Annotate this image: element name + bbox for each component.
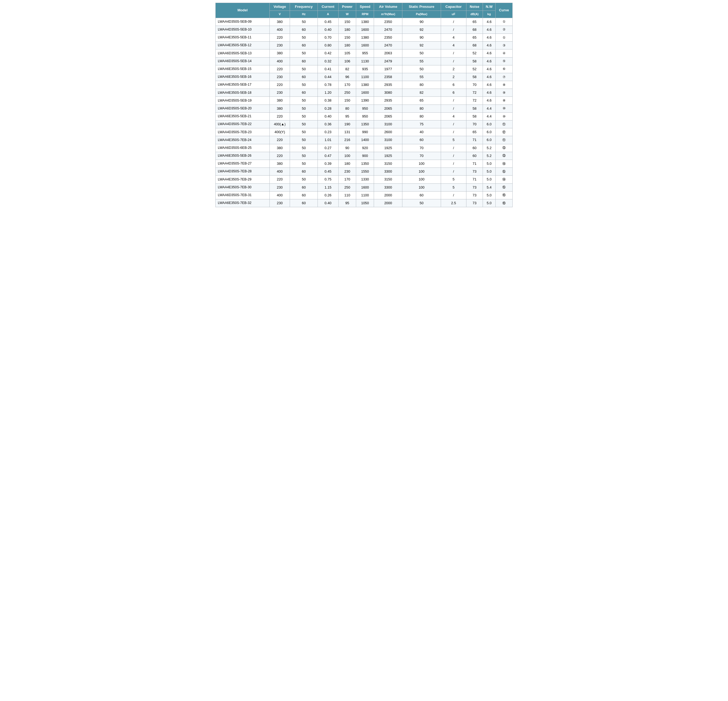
cell-pressure: 50 <box>402 199 441 207</box>
cell-power: 110 <box>338 191 356 199</box>
cell-nw: 5.2 <box>483 144 495 152</box>
cell-current: 0.39 <box>318 160 338 167</box>
cell-pressure: 75 <box>402 120 441 128</box>
cell-curve: ③ <box>495 42 513 49</box>
cell-current: 0.75 <box>318 176 338 183</box>
cell-model: LWAA4E350S-5EB-12 <box>216 42 270 49</box>
cell-speed: 1380 <box>356 33 374 41</box>
cell-airvolume: 2000 <box>374 199 402 207</box>
cell-voltage: 380 <box>270 49 290 57</box>
cell-voltage: 230 <box>270 183 290 191</box>
cell-capacitor: 5 <box>441 176 467 183</box>
cell-airvolume: 2350 <box>374 33 402 41</box>
cell-capacitor: 6 <box>441 89 467 97</box>
col-header-voltage: Voltage <box>270 3 290 11</box>
table-row: LWAA4D350S-7EB-23400(Y)500.2313199026004… <box>216 128 513 136</box>
cell-pressure: 80 <box>402 81 441 89</box>
cell-noise: 71 <box>467 160 483 167</box>
table-row: LWAA6D350S-5EB-13380500.42105955206350/5… <box>216 49 513 57</box>
cell-frequency: 50 <box>290 144 318 152</box>
cell-current: 0.40 <box>318 26 338 33</box>
cell-model: LWAA4E350S-7EB-29 <box>216 176 270 183</box>
cell-speed: 1400 <box>356 136 374 144</box>
table-row: LWAA6D350S-5EB-14400600.321061130247955/… <box>216 57 513 65</box>
cell-current: 0.44 <box>318 73 338 81</box>
table-row: LWAA4D350S-5EB-09380500.451501380235090/… <box>216 18 513 26</box>
cell-frequency: 50 <box>290 113 318 120</box>
cell-voltage: 400 <box>270 191 290 199</box>
cell-speed: 1350 <box>356 120 374 128</box>
cell-curve: ⑪ <box>495 136 513 144</box>
cell-nw: 4.6 <box>483 49 495 57</box>
cell-capacitor: / <box>441 26 467 33</box>
cell-pressure: 100 <box>402 160 441 167</box>
cell-power: 150 <box>338 97 356 105</box>
cell-curve: ⑭ <box>495 176 513 183</box>
cell-voltage: 220 <box>270 81 290 89</box>
cell-model: LWAA4E350S-7EB-30 <box>216 183 270 191</box>
cell-pressure: 92 <box>402 42 441 49</box>
cell-pressure: 70 <box>402 144 441 152</box>
cell-model: LWAA6E350S-5EB-15 <box>216 65 270 73</box>
cell-power: 150 <box>338 33 356 41</box>
cell-frequency: 50 <box>290 81 318 89</box>
cell-model: LWAA4D350S-7EB-22 <box>216 120 270 128</box>
cell-voltage: 230 <box>270 42 290 49</box>
cell-pressure: 55 <box>402 57 441 65</box>
cell-model: LWAA6E350S-5EB-21 <box>216 113 270 120</box>
cell-speed: 1350 <box>356 160 374 167</box>
cell-pressure: 100 <box>402 183 441 191</box>
col-header-speed: Speed <box>356 3 374 11</box>
cell-curve: ⑥ <box>495 65 513 73</box>
cell-curve: ⑤ <box>495 57 513 65</box>
cell-model: LWAA4E350S-7EB-24 <box>216 136 270 144</box>
cell-nw: 4.6 <box>483 73 495 81</box>
cell-noise: 68 <box>467 42 483 49</box>
table-body: LWAA4D350S-5EB-09380500.451501380235090/… <box>216 18 513 207</box>
table-row: LWAA4E350S-7EB-24220501.0121614003100605… <box>216 136 513 144</box>
cell-curve: ⑩ <box>495 113 513 120</box>
cell-noise: 52 <box>467 65 483 73</box>
table-row: LWAA4E350S-5EB-12230600.8018016002470924… <box>216 42 513 49</box>
col-unit-voltage: V <box>270 11 290 18</box>
table-row: LWAA6E350S-5EB-21220500.4095950206580458… <box>216 113 513 120</box>
cell-pressure: 90 <box>402 18 441 26</box>
cell-curve: ① <box>495 33 513 41</box>
cell-pressure: 100 <box>402 176 441 183</box>
cell-power: 250 <box>338 183 356 191</box>
cell-voltage: 400(Y) <box>270 128 290 136</box>
cell-power: 170 <box>338 176 356 183</box>
cell-speed: 1100 <box>356 191 374 199</box>
cell-airvolume: 3150 <box>374 160 402 167</box>
cell-noise: 73 <box>467 168 483 176</box>
cell-speed: 950 <box>356 105 374 113</box>
cell-noise: 70 <box>467 81 483 89</box>
cell-frequency: 50 <box>290 160 318 167</box>
cell-capacitor: / <box>441 120 467 128</box>
cell-curve: ⑭ <box>495 160 513 167</box>
cell-current: 0.45 <box>318 18 338 26</box>
cell-voltage: 400 <box>270 26 290 33</box>
cell-power: 90 <box>338 144 356 152</box>
col-unit-capacitor: uF <box>441 11 467 18</box>
cell-nw: 5.4 <box>483 183 495 191</box>
cell-capacitor: 2 <box>441 73 467 81</box>
cell-speed: 1130 <box>356 57 374 65</box>
col-unit-nw: kg <box>483 11 495 18</box>
cell-voltage: 380 <box>270 144 290 152</box>
table-row: LWAA4D350S-7EB-22400(▲)500.3619013503100… <box>216 120 513 128</box>
cell-model: LWAA6D350S-7EB-31 <box>216 191 270 199</box>
cell-power: 190 <box>338 120 356 128</box>
cell-frequency: 50 <box>290 97 318 105</box>
cell-voltage: 220 <box>270 33 290 41</box>
cell-frequency: 50 <box>290 49 318 57</box>
cell-airvolume: 2000 <box>374 191 402 199</box>
cell-speed: 1380 <box>356 81 374 89</box>
cell-model: LWAA4E350S-5EB-11 <box>216 33 270 41</box>
cell-capacitor: 5 <box>441 136 467 144</box>
cell-capacitor: 5 <box>441 183 467 191</box>
cell-nw: 6.0 <box>483 136 495 144</box>
cell-nw: 4.6 <box>483 18 495 26</box>
cell-voltage: 220 <box>270 113 290 120</box>
cell-power: 180 <box>338 42 356 49</box>
